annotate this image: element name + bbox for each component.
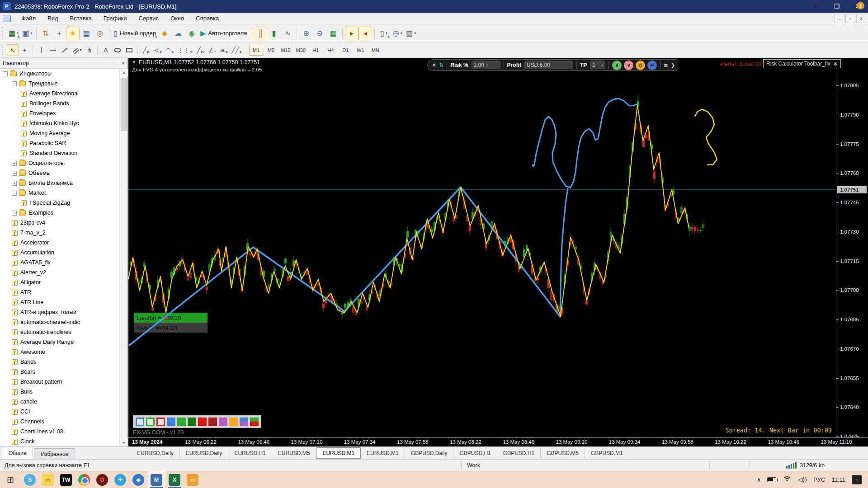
opera-icon[interactable]: O — [93, 471, 111, 488]
child-restore-button[interactable]: ▫ — [845, 14, 855, 23]
timeframe-button-d1[interactable]: D1 — [339, 45, 353, 56]
price-axis[interactable]: 1.07751 1.078051.077901.077751.077601.07… — [836, 58, 868, 437]
chart-tab-gbpusd-h1[interactable]: GBPUSD,H1 — [453, 448, 497, 458]
tree-item[interactable]: +Осцилляторы — [0, 158, 120, 168]
telegram-icon[interactable]: ✈ — [111, 471, 129, 488]
channel-button[interactable]: ▾ — [71, 44, 83, 56]
menu-item-файл[interactable]: Файл — [15, 13, 42, 23]
tree-item[interactable]: fBreakout pattern — [0, 377, 120, 387]
palette-color-3[interactable] — [156, 418, 165, 426]
tp-select[interactable]: 1 ▾ — [590, 61, 605, 69]
maximize-button[interactable]: ❐ — [826, 0, 847, 13]
tree-item[interactable]: +Examples — [0, 208, 120, 218]
timeframe-button-m5[interactable]: M5 — [264, 45, 278, 56]
periods-button-dropdown-icon[interactable]: ▾ — [401, 31, 402, 35]
tree-item[interactable]: fAlerter_v2 — [0, 267, 120, 277]
navigator-close-icon[interactable]: × — [122, 60, 125, 66]
tree-item[interactable]: fAverage Daily Range — [0, 337, 120, 347]
buy-button[interactable]: ∧ — [612, 61, 622, 70]
cursor-button[interactable]: ↖ — [7, 44, 19, 56]
tree-item[interactable]: fStandard Deviation — [0, 148, 120, 158]
expand-icon[interactable]: + — [12, 181, 17, 186]
chart-tab-eurusd-daily[interactable]: EURUSD,Daily — [180, 448, 229, 458]
crosshair-button[interactable]: + — [19, 44, 30, 56]
expand-icon[interactable]: + — [12, 171, 17, 176]
tree-item[interactable]: -Market — [0, 188, 120, 198]
tree-item[interactable]: fMoving Average — [0, 128, 120, 138]
file-explorer-icon[interactable]: ▭ — [39, 471, 57, 488]
palette-color-5[interactable] — [177, 418, 186, 426]
menu-item-вставка[interactable]: Вставка — [64, 13, 98, 23]
tree-item[interactable]: fAccumulation — [0, 248, 120, 258]
chart-tab-eurusd-h1[interactable]: EURUSD,H1 — [228, 448, 272, 458]
timeframe-button-m30[interactable]: M30 — [294, 45, 308, 56]
tree-item[interactable]: fAlligator — [0, 277, 120, 287]
timeframe-button-h1[interactable]: H1 — [309, 45, 323, 56]
chart-tab-eurusd-daily[interactable]: EURUSD,Daily — [131, 448, 180, 458]
risk-input[interactable]: 1.00 ▲▼ — [472, 61, 500, 69]
tooltip-close-icon[interactable]: ⊗ — [833, 61, 838, 67]
tree-item[interactable]: fBulls — [0, 387, 120, 397]
tree-item[interactable]: fAGATA5_fix — [0, 258, 120, 267]
pending-button[interactable]: ◇ — [636, 61, 645, 70]
skype-icon[interactable]: S — [21, 471, 39, 488]
collapse-icon[interactable]: - — [12, 81, 17, 86]
market-watch-button[interactable]: ⇅ — [39, 27, 52, 40]
chart-shift-button[interactable]: ◂ — [359, 27, 372, 40]
app-icon-blue[interactable]: ◈ — [129, 471, 147, 488]
tree-item[interactable]: fATR — [0, 287, 120, 297]
child-close-button[interactable]: × — [856, 14, 866, 23]
text-button[interactable]: A — [100, 44, 112, 56]
palette-color-7[interactable] — [198, 418, 207, 426]
templates-button[interactable]: ▨▾ — [404, 27, 418, 40]
timeframe-button-mn[interactable]: MN — [368, 45, 382, 56]
panel-close-icon[interactable]: × — [432, 61, 436, 69]
chart-tab-gbpusd-m1[interactable]: GBPUSD,M1 — [585, 448, 629, 458]
tree-item[interactable]: fEnvelopes — [0, 108, 120, 118]
tw-icon[interactable]: TW — [57, 471, 75, 488]
collapse-icon[interactable]: - — [3, 71, 8, 76]
palette-color-10[interactable] — [229, 418, 238, 426]
tree-item[interactable]: fBears — [0, 367, 120, 377]
tree-item[interactable]: -Трендовые — [0, 79, 120, 89]
metaeditor-button[interactable]: ◆ — [158, 27, 171, 40]
language-indicator[interactable]: РУС — [813, 476, 825, 483]
navigator-button[interactable]: ★ — [66, 27, 80, 40]
publish-button[interactable]: ☁ — [171, 27, 185, 40]
tree-item[interactable]: f7-ma_v_2 — [0, 228, 120, 238]
line-chart-button[interactable]: ∿ — [281, 27, 294, 40]
scroll-down-icon[interactable]: ▼ — [120, 439, 128, 446]
toolbar-grip[interactable] — [2, 27, 4, 39]
terminal-button[interactable]: ▤ — [80, 27, 93, 40]
start-button[interactable]: ⊞ — [0, 471, 21, 488]
chart-tab-eurusd-m1[interactable]: EURUSD,M1 — [361, 448, 405, 458]
chrome-icon[interactable] — [75, 471, 93, 488]
new-order-button[interactable]: ▯+Новый ордер — [112, 27, 158, 40]
fibo-grid-button[interactable]: ⋮⋮F — [175, 44, 194, 56]
angle-button[interactable]: ∠° — [206, 44, 218, 56]
menu-item-справка[interactable]: Справка — [190, 13, 225, 23]
tree-item[interactable]: fIchimoku Kinko Hyo — [0, 118, 120, 128]
chart-tab-gbpusd-h1[interactable]: GBPUSD,H1 — [497, 448, 541, 458]
tree-item[interactable]: fATR Line — [0, 297, 120, 307]
tree-item[interactable]: +Билла Вильямса — [0, 178, 120, 188]
menu-item-сервис[interactable]: Сервис — [133, 13, 165, 23]
tree-item[interactable]: fAwesome — [0, 347, 120, 357]
palette-color-11[interactable] — [240, 418, 248, 426]
tree-item[interactable]: +Объемы — [0, 168, 120, 178]
chart-tab-gbpusd-m5[interactable]: GBPUSD,M5 — [541, 448, 585, 458]
tree-item[interactable]: fATR-в цифрах_голый — [0, 307, 120, 317]
notification-badge[interactable]: 1 — [857, 2, 864, 9]
toolbar-grip[interactable] — [2, 45, 4, 55]
fibo-fan-button[interactable]: ≺F — [152, 44, 164, 56]
profit-input[interactable]: USD:6.00 — [524, 61, 573, 69]
tree-item[interactable]: fBollinger Bands — [0, 99, 120, 108]
volume-icon[interactable]: ◁⟩⟩ — [798, 476, 807, 483]
palette-color-8[interactable] — [208, 418, 217, 426]
timeframe-button-h4[interactable]: H4 — [324, 45, 338, 56]
autotrading-button[interactable]: ▶Авто-торговля — [198, 27, 249, 40]
fibo-expansion-button[interactable]: ≋F — [218, 44, 230, 56]
menu-item-графики[interactable]: Графики — [98, 13, 133, 23]
excel-icon[interactable]: X — [165, 471, 184, 488]
palette-color-9[interactable] — [219, 418, 227, 426]
